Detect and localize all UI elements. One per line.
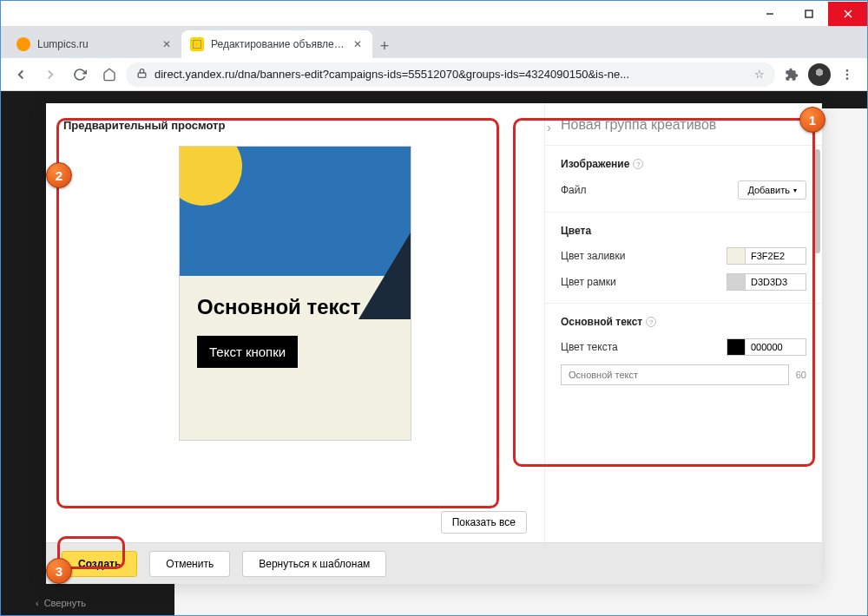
new-tab-button[interactable]: +	[372, 34, 397, 58]
tab-close-icon[interactable]: ✕	[161, 38, 173, 50]
window-maximize-button[interactable]	[789, 2, 828, 26]
forward-button[interactable]	[37, 62, 63, 88]
extensions-button[interactable]	[779, 62, 805, 88]
banner-circle-shape	[179, 146, 242, 206]
tab-close-icon[interactable]: ✕	[352, 38, 364, 50]
browser-window: Lumpics.ru ✕ Редактирование объявлений ✕…	[0, 0, 868, 616]
banner-button-text: Текст кнопки	[197, 336, 298, 368]
collapse-sidebar-button[interactable]: ‹ Свернуть	[36, 598, 86, 608]
svg-point-7	[846, 77, 849, 80]
tab-yandex-direct[interactable]: Редактирование объявлений ✕	[181, 30, 372, 58]
creative-editor-modal: ✕ Предварительный просмотр › Основной те…	[46, 103, 822, 584]
settings-panel: Новая группа креативов Изображение ? Фай…	[544, 103, 822, 542]
tab-title: Редактирование объявлений	[211, 38, 345, 50]
chevron-down-icon: ▾	[793, 187, 797, 194]
home-button[interactable]	[96, 62, 122, 88]
border-color-swatch[interactable]	[727, 273, 746, 291]
text-color-label: Цвет текста	[561, 341, 618, 353]
file-label: Файл	[561, 184, 587, 196]
fill-color-input[interactable]	[746, 247, 806, 265]
text-color-swatch[interactable]	[727, 338, 746, 356]
reload-button[interactable]	[67, 62, 93, 88]
border-color-label: Цвет рамки	[561, 276, 616, 288]
url-text: direct.yandex.ru/dna/banners-edit?campai…	[155, 68, 747, 81]
banner-triangle-shape	[358, 233, 411, 319]
scrollbar-thumb[interactable]	[814, 149, 820, 253]
window-close-button[interactable]	[828, 2, 867, 26]
add-file-button[interactable]: Добавить ▾	[738, 180, 806, 200]
menu-button[interactable]	[834, 62, 860, 88]
help-icon[interactable]: ?	[633, 159, 643, 169]
svg-rect-4	[138, 72, 146, 76]
address-bar[interactable]: direct.yandex.ru/dna/banners-edit?campai…	[126, 62, 775, 87]
tab-lumpics[interactable]: Lumpics.ru ✕	[8, 30, 181, 58]
show-all-button[interactable]: Показать все	[441, 511, 527, 534]
preview-title: Предварительный просмотр	[63, 119, 527, 132]
preview-panel: Предварительный просмотр › Основной текс…	[46, 103, 544, 542]
browser-toolbar: direct.yandex.ru/dna/banners-edit?campai…	[1, 58, 867, 91]
back-to-templates-button[interactable]: Вернуться к шаблонам	[242, 551, 386, 577]
modal-close-button[interactable]: ✕	[802, 108, 815, 128]
settings-header: Новая группа креативов	[545, 103, 822, 146]
text-color-input[interactable]	[746, 338, 806, 356]
next-preview-icon[interactable]: ›	[547, 121, 551, 134]
svg-point-5	[846, 69, 849, 72]
border-color-input[interactable]	[746, 273, 806, 291]
tab-title: Lumpics.ru	[37, 38, 154, 50]
colors-section: Цвета Цвет заливки Цвет рамки	[545, 213, 822, 304]
main-text-section: Основной текст ? Цвет текста	[545, 304, 822, 397]
banner-preview: Основной текст Текст кнопки	[179, 146, 411, 441]
section-label: Основной текст	[561, 316, 642, 328]
section-label: Изображение	[561, 158, 629, 170]
fill-color-swatch[interactable]	[727, 247, 746, 265]
settings-scroll-area[interactable]: Изображение ? Файл Добавить ▾	[545, 146, 822, 542]
modal-footer: Создать Отменить Вернуться к шаблонам	[46, 542, 822, 584]
help-icon[interactable]: ?	[646, 317, 656, 327]
tab-strip: Lumpics.ru ✕ Редактирование объявлений ✕…	[1, 27, 867, 58]
char-count: 60	[796, 370, 806, 380]
image-section: Изображение ? Файл Добавить ▾	[545, 146, 822, 213]
section-label: Цвета	[561, 225, 591, 237]
profile-avatar[interactable]	[808, 63, 831, 86]
window-minimize-button[interactable]	[750, 2, 789, 26]
cancel-button[interactable]: Отменить	[149, 551, 230, 577]
star-icon[interactable]: ☆	[754, 68, 765, 81]
favicon-icon	[16, 37, 30, 51]
fill-color-label: Цвет заливки	[561, 250, 625, 262]
svg-point-6	[846, 73, 849, 75]
back-button[interactable]	[8, 62, 34, 88]
main-text-input[interactable]	[561, 364, 789, 385]
svg-rect-1	[806, 10, 812, 17]
favicon-icon	[190, 37, 204, 51]
window-titlebar	[1, 1, 867, 27]
chevron-left-icon: ‹	[36, 598, 39, 608]
create-button[interactable]: Создать	[62, 551, 137, 577]
lock-icon	[136, 68, 148, 82]
